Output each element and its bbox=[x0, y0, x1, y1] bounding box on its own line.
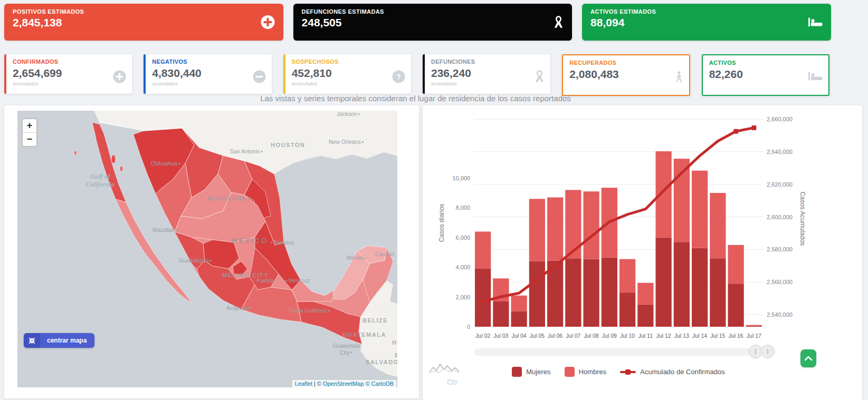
card-value: 452,810 bbox=[292, 67, 405, 80]
bed-icon bbox=[808, 17, 823, 27]
legend-label: Acumulado de Confirmados bbox=[640, 368, 724, 376]
x-axis-tick: Jul 02 bbox=[475, 333, 490, 339]
svg-text:?: ? bbox=[396, 73, 401, 81]
bar-mujeres-Jul 10[interactable] bbox=[619, 292, 635, 327]
legend-item-hombres[interactable]: Hombres bbox=[565, 367, 607, 377]
legend-item-mujeres[interactable]: Mujeres bbox=[512, 367, 550, 377]
bar-mujeres-Jul 09[interactable] bbox=[602, 258, 617, 327]
card-sublabel: acumulados bbox=[13, 81, 126, 86]
chart-legend: MujeresHombresAcumulado de Confirmados bbox=[474, 367, 763, 377]
x-axis-tick: Jul 07 bbox=[566, 333, 580, 339]
x-axis-tick: Jul 04 bbox=[512, 333, 527, 339]
bar-hombres-Jul 08[interactable] bbox=[584, 191, 599, 259]
bar-mujeres-Jul 02[interactable] bbox=[475, 269, 491, 327]
bar-mujeres-Jul 12[interactable] bbox=[656, 238, 672, 327]
island[interactable] bbox=[74, 151, 77, 155]
carto-link[interactable]: © CartoDB bbox=[366, 381, 394, 387]
y-axis-right-title: Casos Acumulados bbox=[799, 192, 806, 246]
question-circle-icon: ? bbox=[392, 70, 405, 83]
bar-hombres-Jul 06[interactable] bbox=[547, 198, 563, 261]
bed-icon bbox=[808, 71, 823, 81]
card-activos: ACTIVOS 82,260 bbox=[702, 54, 829, 96]
card-defunciones: DEFUNCIONES 236,240 acumuladas bbox=[423, 54, 550, 94]
y-axis-left-title: Casos diarios bbox=[438, 204, 445, 242]
center-map-label: centrar mapa bbox=[40, 337, 94, 344]
card-label: SOSPECHOSOS bbox=[292, 58, 405, 65]
y-axis-left-tick: 8,000 bbox=[455, 204, 470, 211]
walking-person-icon bbox=[674, 71, 683, 84]
x-axis-tick: Jul 17 bbox=[747, 333, 761, 339]
legend-label: Mujeres bbox=[526, 368, 550, 376]
x-axis-tick: Jul 09 bbox=[602, 333, 617, 339]
mini-sparkline-icon bbox=[429, 359, 460, 377]
zoom-out-button[interactable]: − bbox=[23, 133, 36, 146]
card-label: DEFUNCIONES ESTIMADAS bbox=[302, 8, 564, 15]
bar-mujeres-Jul 17[interactable] bbox=[746, 326, 762, 327]
dashboard: POSITIVOS ESTIMADOS 2,845,138 DEFUNCIONE… bbox=[0, 0, 868, 400]
leaflet-link[interactable]: Leaflet bbox=[295, 381, 312, 387]
card-value: 4,830,440 bbox=[152, 67, 265, 80]
card-value: 2,654,699 bbox=[13, 67, 126, 80]
bar-hombres-Jul 05[interactable] bbox=[529, 199, 545, 261]
bar-hombres-Jul 02[interactable] bbox=[475, 231, 491, 269]
bar-mujeres-Jul 07[interactable] bbox=[565, 258, 581, 327]
legend-item-acumulado-de-confirmados[interactable]: Acumulado de Confirmados bbox=[620, 368, 724, 376]
bar-mujeres-Jul 13[interactable] bbox=[674, 242, 690, 327]
choropleth-map[interactable]: JacksonHOUSTONNew OrleansSan AntonioChih… bbox=[17, 111, 397, 387]
island[interactable] bbox=[111, 155, 116, 163]
compress-arrows-icon bbox=[24, 333, 40, 348]
card-sospechosos: SOSPECHOSOS 452,810 acumulados ? bbox=[283, 54, 411, 94]
x-axis-tick: Jul 11 bbox=[638, 333, 653, 339]
ribbon-icon bbox=[535, 70, 545, 83]
bar-hombres-Jul 10[interactable] bbox=[619, 259, 635, 292]
card-recuperados: RECUPERADOS 2,080,483 bbox=[562, 54, 690, 96]
island[interactable] bbox=[120, 166, 123, 171]
chart-zoom-scrollbar[interactable] bbox=[474, 348, 760, 356]
attribution-separator: | bbox=[314, 381, 316, 387]
plus-circle-icon bbox=[113, 70, 126, 83]
bar-hombres-Jul 11[interactable] bbox=[637, 283, 653, 305]
bar-mujeres-Jul 03[interactable] bbox=[493, 301, 509, 327]
bar-hombres-Jul 15[interactable] bbox=[710, 193, 726, 258]
scroll-top-button[interactable] bbox=[800, 349, 816, 367]
card-sublabel: acumulados bbox=[292, 81, 405, 86]
line-marker bbox=[733, 129, 738, 134]
bar-hombres-Jul 04[interactable] bbox=[511, 296, 527, 311]
y-axis-right-tick: 2,560,000 bbox=[767, 279, 793, 285]
card-confirmados: CONFIRMADOS 2,654,699 acumulados bbox=[4, 54, 132, 94]
bar-hombres-Jul 17[interactable] bbox=[746, 325, 762, 326]
card-label: NEGATIVOS bbox=[152, 58, 265, 65]
stats-row: CONFIRMADOS 2,654,699 acumulados NEGATIV… bbox=[4, 54, 829, 96]
bar-mujeres-Jul 16[interactable] bbox=[728, 284, 744, 327]
minus-circle-icon bbox=[253, 70, 266, 83]
legend-swatch bbox=[512, 367, 522, 377]
card-value: 88,094 bbox=[590, 16, 823, 29]
card-value: 82,260 bbox=[709, 68, 822, 81]
bar-mujeres-Jul 15[interactable] bbox=[710, 258, 726, 327]
osm-link[interactable]: © OpenStreetMap bbox=[317, 381, 364, 387]
card-activos-estimados: ACTIVOS ESTIMADOS 88,094 bbox=[582, 4, 831, 41]
y-axis-right-tick: 2,540,000 bbox=[767, 311, 793, 318]
scrollbar-grip-right[interactable] bbox=[761, 345, 775, 358]
x-axis-tick: Jul 08 bbox=[584, 333, 599, 339]
card-value: 248,505 bbox=[302, 16, 564, 29]
bar-mujeres-Jul 08[interactable] bbox=[584, 259, 599, 327]
bar-mujeres-Jul 05[interactable] bbox=[529, 261, 545, 327]
zoom-in-button[interactable]: + bbox=[23, 119, 36, 132]
card-label: CONFIRMADOS bbox=[13, 58, 126, 65]
map-panel: JacksonHOUSTONNew OrleansSan AntonioChih… bbox=[4, 105, 419, 398]
card-sublabel: acumulados bbox=[152, 81, 265, 86]
center-map-button[interactable]: centrar mapa bbox=[24, 333, 94, 348]
bar-mujeres-Jul 11[interactable] bbox=[637, 305, 653, 327]
bar-hombres-Jul 14[interactable] bbox=[692, 171, 708, 248]
y-axis-left-tick: 6,000 bbox=[455, 235, 470, 241]
map-attribution: Leaflet | © OpenStreetMap © CartoDB bbox=[292, 380, 396, 387]
y-axis-left-tick: 2,000 bbox=[455, 294, 470, 300]
bar-hombres-Jul 12[interactable] bbox=[656, 151, 672, 238]
bar-hombres-Jul 16[interactable] bbox=[728, 245, 744, 284]
bar-mujeres-Jul 04[interactable] bbox=[511, 311, 527, 327]
card-value: 2,845,138 bbox=[13, 16, 275, 29]
bar-mujeres-Jul 14[interactable] bbox=[692, 248, 708, 327]
card-value: 236,240 bbox=[431, 67, 544, 80]
chevron-up-icon bbox=[804, 356, 813, 361]
